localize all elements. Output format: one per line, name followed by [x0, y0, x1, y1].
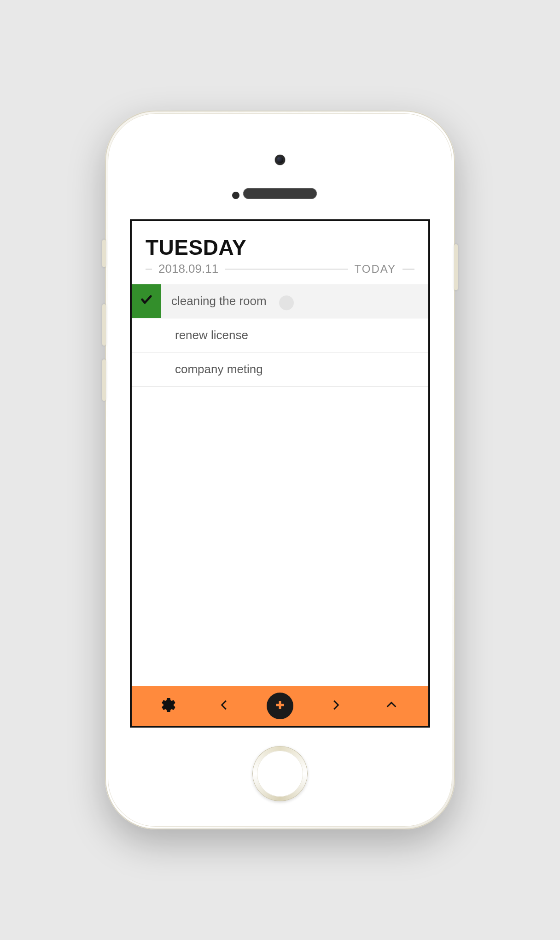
task-row[interactable]: company meting [132, 352, 428, 387]
settings-button[interactable] [156, 693, 181, 719]
front-camera [275, 155, 285, 165]
plus-icon [273, 698, 287, 714]
volume-down-button [102, 359, 106, 401]
gear-icon [160, 697, 177, 715]
task-row[interactable]: renew license [132, 318, 428, 352]
collapse-button[interactable] [379, 693, 404, 719]
task-list: cleaning the roomrenew licensecompany me… [132, 284, 428, 387]
check-icon [140, 293, 153, 309]
chevron-left-icon [217, 698, 232, 714]
earpiece-speaker [243, 188, 317, 199]
day-title: TUESDAY [146, 235, 414, 260]
task-label: company meting [161, 362, 428, 376]
header: TUESDAY 2018.09.11 TODAY [132, 221, 428, 276]
proximity-sensor [232, 192, 239, 199]
bottom-toolbar [132, 686, 428, 726]
phone-frame: TUESDAY 2018.09.11 TODAY cleaning the ro… [105, 111, 455, 829]
mute-switch [102, 240, 106, 267]
today-button[interactable]: TODAY [355, 263, 396, 276]
empty-area [132, 387, 428, 686]
chevron-right-icon [328, 698, 343, 714]
date-row: 2018.09.11 TODAY [146, 262, 414, 276]
chevron-up-icon [384, 698, 399, 714]
task-label: cleaning the room [161, 294, 428, 308]
power-button [454, 244, 458, 290]
add-task-button[interactable] [267, 693, 293, 719]
volume-up-button [102, 304, 106, 346]
task-checkbox[interactable] [132, 284, 161, 318]
task-label: renew license [161, 328, 428, 342]
home-button[interactable] [252, 746, 308, 801]
date-text: 2018.09.11 [158, 262, 218, 276]
next-day-button[interactable] [323, 693, 349, 719]
task-row[interactable]: cleaning the room [132, 284, 428, 318]
prev-day-button[interactable] [211, 693, 237, 719]
swipe-handle[interactable] [279, 295, 294, 310]
app-screen: TUESDAY 2018.09.11 TODAY cleaning the ro… [130, 219, 430, 728]
